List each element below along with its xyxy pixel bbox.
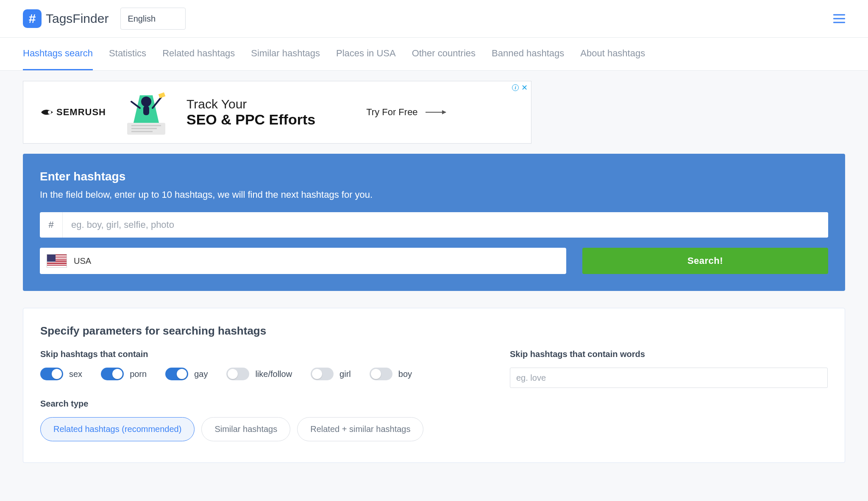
toggle-sex: sex [40,368,82,380]
toggle-gay: gay [165,368,208,380]
svg-rect-7 [143,106,149,115]
search-type-pills: Related hashtags (recommended)Similar ha… [40,417,459,441]
hashtag-input-group: # [40,212,828,238]
language-select[interactable]: English [120,8,186,30]
ad-headline1: Track Your [186,97,315,111]
nav-item-similar-hashtags[interactable]: Similar hashtags [251,38,320,70]
search-button[interactable]: Search! [582,248,828,274]
hash-prefix-icon: # [40,212,63,238]
arrow-right-icon [426,112,446,113]
toggle-switch-gay[interactable] [165,368,188,380]
hashtag-logo-icon: # [23,9,42,28]
search-row2: USA Search! [40,248,828,274]
toggle-label: boy [398,369,412,379]
search-type-pill-1[interactable]: Similar hashtags [201,417,290,441]
toggle-label: like/follow [255,369,292,379]
ad-headline2: SEO & PPC Efforts [186,111,315,128]
toggle-switch-like-follow[interactable] [226,368,249,380]
svg-point-6 [141,97,151,107]
toggle-switch-girl[interactable] [311,368,334,380]
nav-item-hashtags-search[interactable]: Hashtags search [23,38,93,70]
ad-close-icon[interactable]: ✕ [521,84,528,91]
ad-cta[interactable]: Try For Free [366,107,445,118]
hashtag-input[interactable] [63,212,828,238]
ad-info-icon[interactable]: i [512,84,519,91]
toggle-label: girl [339,369,351,379]
search-panel-subtitle: In the field below, enter up to 10 hasht… [40,189,828,200]
svg-rect-3 [131,128,157,129]
main-nav: Hashtags searchStatisticsRelated hashtag… [0,37,868,71]
svg-rect-2 [131,125,161,126]
ad-illustration-icon [119,87,174,138]
skip-words-heading: Skip hashtags that contain words [510,349,828,359]
toggles-row: sexporngaylike/followgirlboy [40,368,459,380]
search-type-pill-2[interactable]: Related + similar hashtags [297,417,423,441]
toggle-boy: boy [370,368,412,380]
nav-item-other-countries[interactable]: Other countries [412,38,476,70]
skip-contain-heading: Skip hashtags that contain [40,349,459,359]
toggle-switch-porn[interactable] [101,368,124,380]
nav-item-places-in-usa[interactable]: Places in USA [336,38,396,70]
ad-brand: SEMRUSH [40,107,106,118]
toggle-switch-boy[interactable] [370,368,392,380]
nav-item-about-hashtags[interactable]: About hashtags [580,38,645,70]
nav-item-statistics[interactable]: Statistics [109,38,146,70]
params-panel: Specify parameters for searching hashtag… [23,308,845,463]
ad-text: Track Your SEO & PPC Efforts [186,97,315,128]
country-label: USA [74,256,91,266]
nav-item-banned-hashtags[interactable]: Banned hashtags [492,38,564,70]
usa-flag-icon [47,254,67,268]
hamburger-menu-icon[interactable] [833,14,845,23]
search-panel-title: Enter hashtags [40,170,828,183]
toggle-porn: porn [101,368,147,380]
logo[interactable]: # TagsFinder [23,9,108,28]
toggle-switch-sex[interactable] [40,368,63,380]
toggle-label: sex [69,369,82,379]
search-type-pill-0[interactable]: Related hashtags (recommended) [40,417,195,441]
ad-cta-label: Try For Free [366,107,417,118]
country-select[interactable]: USA [40,248,566,274]
page-content: SEMRUSH Track Your SEO & PPC Efforts Try… [0,71,868,473]
svg-rect-10 [159,92,166,98]
skip-words-input[interactable] [510,368,828,388]
params-left: Skip hashtags that contain sexporngaylik… [40,349,459,441]
ad-banner[interactable]: SEMRUSH Track Your SEO & PPC Efforts Try… [23,81,531,144]
toggle-like-follow: like/follow [226,368,292,380]
ad-brand-text: SEMRUSH [56,107,106,118]
toggle-label: gay [194,369,208,379]
nav-item-related-hashtags[interactable]: Related hashtags [162,38,235,70]
top-bar: # TagsFinder English [0,0,868,37]
toggle-girl: girl [311,368,351,380]
search-panel: Enter hashtags In the field below, enter… [23,154,845,291]
logo-text: TagsFinder [46,11,108,26]
toggle-label: porn [130,369,147,379]
params-right: Skip hashtags that contain words [510,349,828,441]
search-type-heading: Search type [40,399,459,409]
ad-badges: i ✕ [512,84,528,91]
svg-rect-4 [131,131,153,132]
params-title: Specify parameters for searching hashtag… [40,324,828,338]
semrush-logo-icon [40,108,54,116]
svg-point-0 [48,111,51,114]
